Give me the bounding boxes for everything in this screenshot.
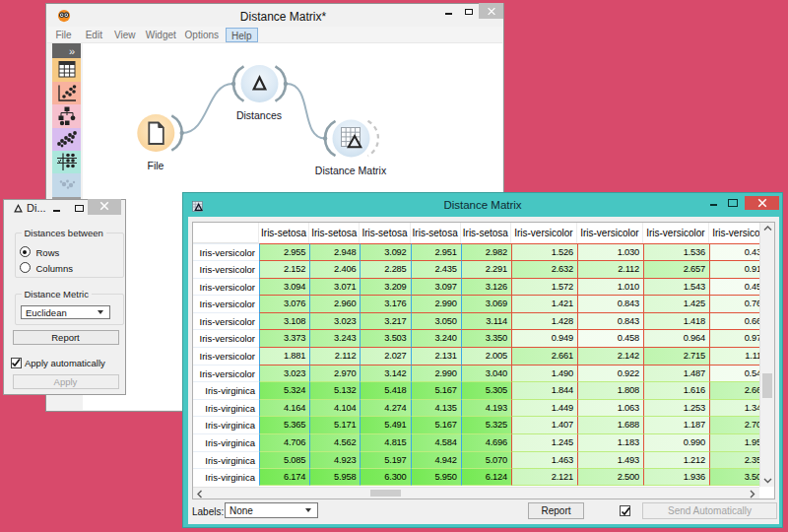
svg-text:»: » xyxy=(69,45,75,57)
